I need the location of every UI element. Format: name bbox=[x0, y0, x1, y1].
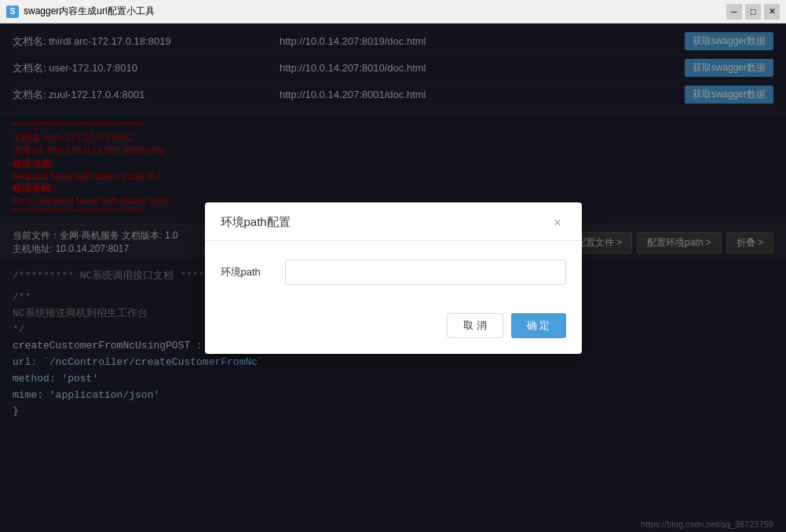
modal-body: 环境path bbox=[205, 241, 582, 304]
modal-title: 环境path配置 bbox=[221, 215, 291, 230]
modal-confirm-button[interactable]: 确 定 bbox=[511, 313, 566, 338]
modal-dialog: 环境path配置 × 环境path 取 消 确 定 bbox=[205, 202, 582, 354]
app-title: swagger内容生成url配置小工具 bbox=[24, 5, 155, 18]
app-icon: S bbox=[6, 5, 19, 18]
minimize-button[interactable]: ─ bbox=[726, 4, 742, 20]
modal-field-label: 环境path bbox=[221, 265, 276, 279]
modal-overlay: 环境path配置 × 环境path 取 消 确 定 bbox=[0, 24, 786, 532]
title-bar: S swagger内容生成url配置小工具 ─ □ ✕ bbox=[0, 0, 786, 24]
modal-close-button[interactable]: × bbox=[549, 215, 565, 231]
modal-header: 环境path配置 × bbox=[205, 202, 582, 241]
maximize-button[interactable]: □ bbox=[745, 4, 761, 20]
main-content: 文档名: thirdl arc-172.17.0.18:8019 http://… bbox=[0, 24, 786, 532]
env-path-input[interactable] bbox=[285, 260, 566, 285]
window-controls: ─ □ ✕ bbox=[726, 4, 780, 20]
modal-cancel-button[interactable]: 取 消 bbox=[447, 313, 503, 338]
title-bar-left: S swagger内容生成url配置小工具 bbox=[6, 5, 155, 18]
modal-footer: 取 消 确 定 bbox=[205, 304, 582, 354]
close-button[interactable]: ✕ bbox=[764, 4, 780, 20]
